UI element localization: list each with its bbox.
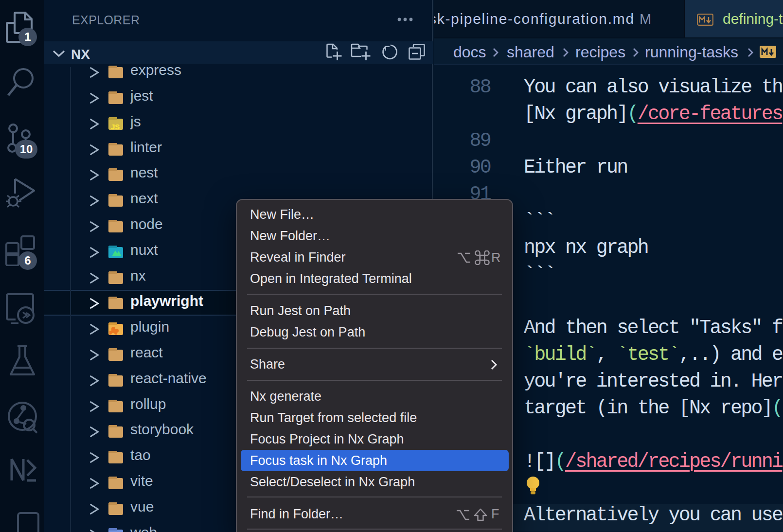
svg-text:JS: JS	[111, 123, 120, 130]
